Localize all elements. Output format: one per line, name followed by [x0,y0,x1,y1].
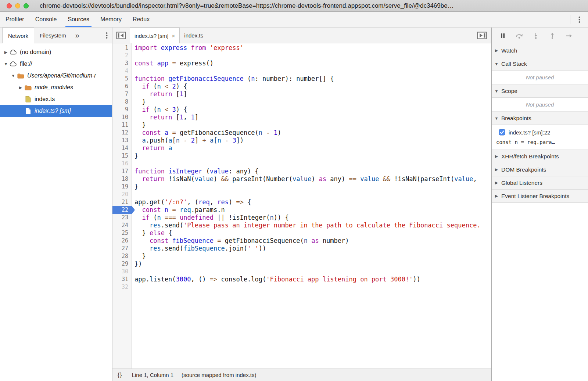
code-line-17[interactable]: function isInteger (value: any) { [135,168,491,175]
section-header-call-stack[interactable]: ▼Call Stack [492,57,588,71]
tab-sources[interactable]: Sources [62,12,95,27]
code-line-19[interactable]: } [135,183,491,191]
line-number-18[interactable]: 18 [112,175,132,183]
line-number-6[interactable]: 6 [112,83,132,90]
code-line-13[interactable]: a.push(a[n - 2] + a[n - 3]) [135,137,491,144]
line-number-29[interactable]: 29 [112,260,132,268]
code-line-24[interactable]: res.send('Please pass an integer number … [135,222,491,229]
code-line-30[interactable] [135,268,491,276]
source-code[interactable]: import express from 'express'const app =… [132,43,491,369]
code-line-31[interactable]: app.listen(3000, () => console.log('Fibo… [135,276,491,283]
line-number-17[interactable]: 17 [112,168,132,175]
line-number-16[interactable]: 16 [112,160,132,168]
step-over-icon[interactable] [516,32,523,39]
pretty-print-icon[interactable]: {} [118,372,122,378]
line-number-22[interactable]: 22 [112,206,132,214]
breakpoint-entry-row[interactable]: index.ts? [sm]:22 [492,127,588,137]
code-line-2[interactable] [135,52,491,60]
code-line-15[interactable]: } [135,152,491,160]
tree-item-file[interactable]: ▼file:// [0,58,112,70]
line-number-28[interactable]: 28 [112,252,132,260]
code-line-3[interactable]: const app = express() [135,60,491,67]
code-line-11[interactable]: } [135,121,491,129]
minimize-window-button[interactable] [15,3,20,8]
close-tab-icon[interactable]: × [172,33,175,39]
code-line-5[interactable]: function getFibonacciSequence (n: number… [135,75,491,83]
code-line-16[interactable] [135,160,491,168]
disclosure-right-icon[interactable]: ▶ [18,85,24,90]
line-number-7[interactable]: 7 [112,90,132,98]
more-tabs-chevron-icon[interactable]: » [72,28,83,43]
code-line-23[interactable]: if (n === undefined || !isInteger(n)) { [135,214,491,222]
line-number-25[interactable]: 25 [112,229,132,237]
hide-navigator-icon[interactable] [112,28,130,43]
code-line-29[interactable]: }) [135,260,491,268]
code-line-18[interactable]: return !isNaN(value) && parseInt(Number(… [135,175,491,183]
code-line-10[interactable]: return [1, 1] [135,114,491,121]
code-line-9[interactable]: if (n < 3) { [135,106,491,114]
line-number-2[interactable]: 2 [112,52,132,60]
code-line-4[interactable] [135,67,491,75]
step-out-icon[interactable] [549,32,556,39]
line-number-11[interactable]: 11 [112,121,132,129]
line-number-20[interactable]: 20 [112,191,132,198]
code-line-32[interactable] [135,283,491,291]
code-line-8[interactable]: } [135,98,491,106]
line-number-13[interactable]: 13 [112,137,132,144]
tab-redux[interactable]: Redux [127,12,155,27]
section-header-global-listeners[interactable]: ▶Global Listeners [492,176,588,190]
line-number-12[interactable]: 12 [112,129,132,137]
line-number-21[interactable]: 21 [112,198,132,206]
close-window-button[interactable] [7,3,12,8]
disclosure-down-icon[interactable]: ▼ [10,73,16,78]
section-header-xhr-fetch-breakpoints[interactable]: ▶XHR/fetch Breakpoints [492,150,588,163]
navigator-tab-network[interactable]: Network [2,28,34,43]
tab-memory[interactable]: Memory [95,12,127,27]
line-number-24[interactable]: 24 [112,222,132,229]
line-number-31[interactable]: 31 [112,276,132,283]
line-number-19[interactable]: 19 [112,183,132,191]
line-number-30[interactable]: 30 [112,268,132,276]
disclosure-down-icon[interactable]: ▼ [3,62,9,66]
line-number-5[interactable]: 5 [112,75,132,83]
tab-console[interactable]: Console [30,12,62,27]
line-number-9[interactable]: 9 [112,106,132,114]
line-number-23[interactable]: 23 [112,214,132,222]
section-header-breakpoints[interactable]: ▼Breakpoints [492,112,588,125]
code-line-21[interactable]: app.get('/:n?', (req, res) => { [135,198,491,206]
code-line-22[interactable]: const n = req.params.n [135,206,491,214]
tab-profiler[interactable]: Profiler [0,12,30,27]
tree-item-index-ts-sm[interactable]: index.ts? [sm] [0,105,112,117]
step-into-icon[interactable] [532,32,539,39]
line-number-32[interactable]: 32 [112,283,132,291]
navigator-tab-filesystem[interactable]: Filesystem [34,28,72,43]
line-number-4[interactable]: 4 [112,67,132,75]
editor-tab-index-ts[interactable]: index.ts [180,28,208,43]
breakpoint-entry[interactable]: index.ts? [sm]:22const n = req.para… [492,125,588,150]
line-number-10[interactable]: 10 [112,114,132,121]
tree-item-node-modules[interactable]: ▶node_modules [0,82,112,93]
code-line-6[interactable]: if (n < 2) { [135,83,491,90]
line-number-1[interactable]: 1 [112,44,132,52]
pause-icon[interactable] [499,32,506,39]
editor-tab-index-ts-sm[interactable]: index.ts? [sm]× [130,28,180,43]
code-line-27[interactable]: res.send(fibSequence.join(' ')) [135,245,491,252]
main-menu-kebab-icon[interactable] [576,16,583,23]
code-line-7[interactable]: return [1] [135,90,491,98]
section-header-scope[interactable]: ▼Scope [492,85,588,98]
tree-item-index-ts[interactable]: index.ts [0,93,112,105]
code-line-28[interactable]: } [135,252,491,260]
line-number-3[interactable]: 3 [112,60,132,67]
tree-item-no-domain[interactable]: ▶(no domain) [0,46,112,58]
disclosure-right-icon[interactable]: ▶ [3,50,9,55]
line-number-14[interactable]: 14 [112,144,132,152]
line-number-8[interactable]: 8 [112,98,132,106]
code-line-1[interactable]: import express from 'express' [135,44,491,52]
code-line-14[interactable]: return a [135,144,491,152]
code-line-20[interactable] [135,191,491,198]
section-header-watch[interactable]: ▶Watch [492,44,588,57]
line-number-26[interactable]: 26 [112,237,132,245]
zoom-window-button[interactable] [24,3,29,8]
tree-item-users-apena-git-medium-r[interactable]: ▼Users/apena/Git/medium-r [0,70,112,82]
code-line-12[interactable]: const a = getFibonacciSequence(n - 1) [135,129,491,137]
